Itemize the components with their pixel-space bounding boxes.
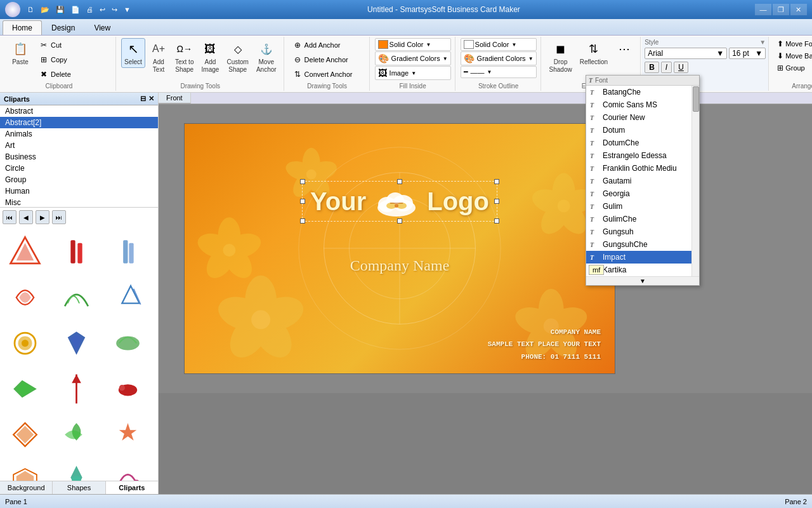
convert-anchor-button[interactable]: ⇅ Convert Anchor [289, 67, 365, 81]
clipart-cell-8[interactable] [54, 321, 98, 365]
effects-more-button[interactable]: ⋯ [612, 38, 636, 60]
category-business[interactable]: Business [0, 151, 158, 163]
font-size-dropdown[interactable]: 16 pt ▼ [729, 48, 766, 59]
print-btn[interactable]: 🖨 [84, 4, 95, 15]
add-text-button[interactable]: A+ AddText [147, 38, 171, 76]
font-item-dotumche[interactable]: T DotumChe [586, 137, 699, 149]
text-to-shape-button[interactable]: Ω→ Text toShape [172, 38, 197, 76]
select-button[interactable]: ↖ Select [121, 38, 145, 68]
category-art[interactable]: Art [0, 140, 158, 151]
category-circle[interactable]: Circle [0, 163, 158, 174]
solid-color-fill-dropdown[interactable]: Solid Color ▼ [375, 38, 451, 51]
paste-button[interactable]: 📋 Paste [6, 38, 34, 68]
clipart-cell-12[interactable] [105, 366, 150, 411]
category-group[interactable]: Group [0, 174, 158, 185]
panel-close-btn[interactable]: ✕ [148, 95, 154, 103]
copy-button[interactable]: ⊞ Copy [36, 53, 112, 67]
tab-cliparts[interactable]: Cliparts [106, 481, 158, 494]
clipart-cell-7[interactable] [3, 321, 47, 365]
maximize-btn[interactable]: ❐ [773, 4, 789, 15]
font-item-estrangelo[interactable]: T Estrangelo Edessa [586, 149, 699, 162]
clipart-cell-5[interactable] [54, 275, 98, 319]
move-forward-button[interactable]: ⬆ Move Forward ▼ [774, 38, 812, 50]
clipart-cell-9[interactable] [105, 321, 150, 365]
solid-color-stroke-dropdown[interactable]: Solid Color ▼ [461, 38, 537, 51]
delete-anchor-button[interactable]: ⊖ Delete Anchor [289, 53, 365, 67]
font-item-comicsans[interactable]: T Comic Sans MS [586, 98, 699, 111]
style-dropdown-btn[interactable]: ▼ [759, 39, 766, 46]
clipart-cell-18[interactable] [105, 458, 150, 481]
font-item-georgia[interactable]: T Georgia [586, 187, 699, 200]
company-name-text[interactable]: Company Name [350, 257, 450, 274]
move-anchor-button[interactable]: ⚓ MoveAnchor [253, 38, 280, 76]
category-human[interactable]: Human [0, 185, 158, 197]
underline-button[interactable]: U [674, 62, 688, 73]
clipart-cell-1[interactable] [3, 229, 47, 274]
font-list-scroll-down[interactable]: ▼ [586, 276, 699, 285]
font-family-dropdown[interactable]: Arial ▼ [645, 48, 727, 59]
font-item-gungsuhche[interactable]: T GungsuhChe [586, 238, 699, 251]
italic-button[interactable]: I [661, 62, 672, 73]
print-preview-btn[interactable]: 📄 [69, 4, 82, 15]
add-anchor-button[interactable]: ⊕ Add Anchor [289, 38, 365, 52]
delete-button[interactable]: ✖ Delete [36, 67, 112, 81]
font-item-impact[interactable]: T Impact [586, 251, 699, 264]
font-item-gungsuh[interactable]: T Gungsuh [586, 225, 699, 238]
cut-button[interactable]: ✂ Cut [36, 38, 112, 52]
clipart-cell-11[interactable] [54, 366, 98, 411]
undo-btn[interactable]: ↩ [98, 4, 107, 15]
font-item-gulimche[interactable]: T GulimChe [586, 213, 699, 225]
tab-background[interactable]: Background [0, 481, 53, 494]
nav-first-btn[interactable]: ⏮ [3, 210, 16, 224]
category-misc[interactable]: Misc [0, 197, 158, 207]
open-btn[interactable]: 📂 [39, 4, 51, 15]
panel-undock-icon[interactable]: ⊟ [140, 95, 146, 103]
nav-prev-btn[interactable]: ◀ [19, 210, 33, 224]
custom-shape-button[interactable]: ◇ CustomShape [223, 38, 251, 76]
tab-shapes[interactable]: Shapes [53, 481, 105, 494]
business-card[interactable]: Your [184, 123, 615, 374]
group-button[interactable]: ⊞ Group ▼ [774, 62, 812, 74]
font-item-batangche[interactable]: T BatangChe [586, 86, 699, 98]
font-item-couriernew[interactable]: T Courier New [586, 111, 699, 124]
image-fill-dropdown[interactable]: 🖼 Image ▼ [375, 66, 451, 80]
font-item-gautami[interactable]: T Gautami [586, 175, 699, 187]
minimize-btn[interactable]: — [755, 4, 771, 15]
gradient-colors-stroke-dropdown[interactable]: 🎨 Gradient Colors ▼ [461, 51, 537, 65]
logo-container[interactable]: Your [302, 181, 497, 222]
bold-button[interactable]: B [645, 62, 659, 73]
clipart-cell-2[interactable] [54, 229, 98, 274]
save-btn[interactable]: 💾 [54, 4, 67, 15]
category-abstract2[interactable]: Abstract[2] [0, 117, 158, 128]
nav-next-btn[interactable]: ▶ [36, 210, 49, 224]
font-item-dotum[interactable]: T Dotum [586, 124, 699, 137]
font-scrollbar-thumb[interactable] [693, 86, 699, 112]
stroke-width-dropdown[interactable]: ━ —— ▼ [461, 66, 537, 78]
clipart-cell-13[interactable] [3, 412, 47, 457]
category-abstract[interactable]: Abstract [0, 105, 158, 117]
category-list[interactable]: Abstract Abstract[2] Animals Art Busines… [0, 105, 158, 207]
tab-design[interactable]: Design [42, 20, 84, 35]
clipart-cell-15[interactable] [105, 412, 150, 457]
add-image-button[interactable]: 🖼 AddImage [198, 38, 222, 76]
tab-home[interactable]: Home [3, 20, 42, 35]
clipart-cell-3[interactable] [105, 229, 150, 274]
move-backward-button[interactable]: ⬇ Move Backward ▼ [774, 50, 812, 62]
font-item-gulim[interactable]: T Gulim [586, 200, 699, 213]
clipart-cell-16[interactable] [3, 458, 47, 481]
font-item-franklin[interactable]: T Franklin Gothic Mediu [586, 162, 699, 175]
category-animals[interactable]: Animals [0, 128, 158, 140]
more-btn[interactable]: ▼ [122, 4, 133, 15]
clipart-cell-6[interactable] [105, 275, 150, 319]
clipart-cell-10[interactable] [3, 366, 47, 411]
gradient-colors-fill-dropdown[interactable]: 🎨 Gradient Colors ▼ [375, 51, 451, 65]
clipart-cell-4[interactable] [3, 275, 47, 319]
font-list-scrollbar[interactable] [691, 86, 699, 276]
new-btn[interactable]: 🗋 [25, 4, 36, 15]
tab-view[interactable]: View [84, 20, 120, 35]
nav-last-btn[interactable]: ⏭ [52, 210, 66, 224]
drop-shadow-button[interactable]: ◼ DropShadow [546, 38, 575, 76]
clipart-cell-14[interactable] [54, 412, 98, 457]
close-btn[interactable]: ✕ [790, 4, 807, 15]
redo-btn[interactable]: ↪ [110, 4, 119, 15]
